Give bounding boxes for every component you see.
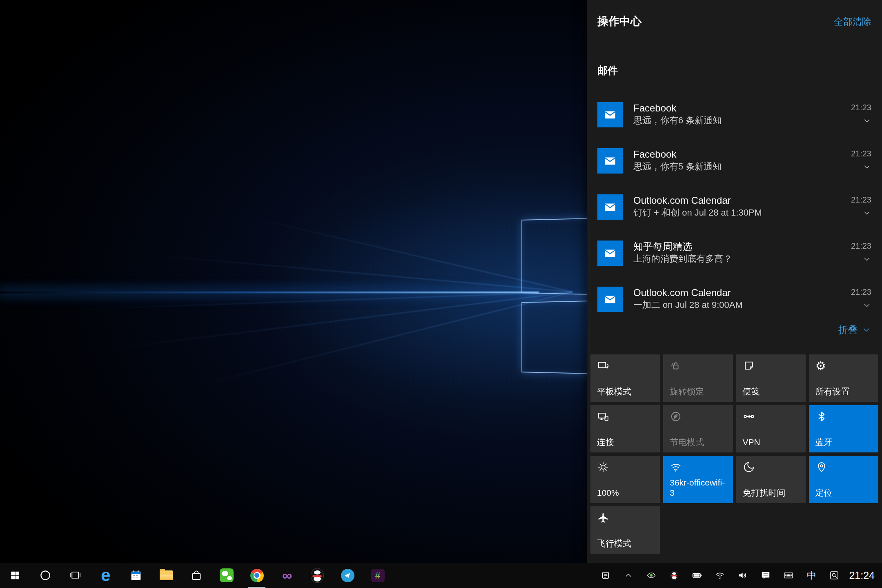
hidden-icons-chevron[interactable] xyxy=(617,563,640,588)
notification-text: Facebook 思远，你有5 条新通知 xyxy=(633,148,846,189)
notification-time: 21:23 xyxy=(851,102,871,113)
slack-hash-icon: # xyxy=(371,569,385,582)
notification-list: Facebook 思远，你有6 条新通知 21:23 Facebook 思远，你… xyxy=(587,97,882,316)
store-icon[interactable] xyxy=(181,563,212,588)
chrome-icon[interactable] xyxy=(242,563,272,588)
tile-rotation-lock[interactable]: 旋转锁定 xyxy=(663,354,733,402)
notification[interactable]: Outlook.com Calendar 一加二 on Jul 28 at 9:… xyxy=(587,282,882,316)
tile-note[interactable]: 便笺 xyxy=(736,354,806,402)
battery-saver-icon xyxy=(670,410,682,423)
tile-airplane-mode[interactable]: 飞行模式 xyxy=(590,506,660,554)
tray-app-icon[interactable] xyxy=(594,563,617,588)
ime-language-indicator[interactable]: 中 xyxy=(800,563,823,588)
tile-label: 定位 xyxy=(815,488,872,498)
tile-battery-saver[interactable]: 节电模式 xyxy=(663,405,733,452)
notification[interactable]: Facebook 思远，你有5 条新通知 21:23 xyxy=(587,143,882,189)
chevron-down-icon[interactable] xyxy=(862,301,871,310)
tile-brightness[interactable]: 100% xyxy=(590,456,660,503)
notification[interactable]: 知乎每周精选 上海的消费到底有多高？ 21:23 xyxy=(587,236,882,282)
tile-label: 蓝牙 xyxy=(815,437,872,447)
notification-title: Facebook xyxy=(633,148,846,160)
telegram-icon[interactable] xyxy=(332,563,363,588)
tile-all-settings[interactable]: ⚙ 所有设置 xyxy=(809,354,878,402)
action-center-header: 操作中心 全部清除 xyxy=(597,14,871,29)
settings-gear-icon: ⚙ xyxy=(815,360,872,372)
tile-wifi[interactable]: 36kr-officewifi-3 xyxy=(663,456,733,503)
envelope-icon xyxy=(603,200,617,214)
notification[interactable]: Outlook.com Calendar 钉钉 + 和创 on Jul 28 a… xyxy=(587,189,882,236)
notification[interactable]: Facebook 思远，你有6 条新通知 21:23 xyxy=(587,97,882,143)
rotation-lock-icon xyxy=(670,360,682,372)
notification-body: 一加二 on Jul 28 at 9:00AM xyxy=(633,299,846,311)
taskbar-clock[interactable]: 21:24 xyxy=(846,563,882,588)
chevron-down-icon[interactable] xyxy=(862,209,871,218)
chevron-down-icon[interactable] xyxy=(862,255,871,264)
keyboard-icon xyxy=(783,570,794,581)
wallpaper-window-pane xyxy=(521,218,590,295)
windows-logo-icon xyxy=(10,570,20,581)
wifi-icon xyxy=(670,461,682,473)
wechat-icon[interactable] xyxy=(212,563,242,588)
notification-body: 思远，你有5 条新通知 xyxy=(633,160,846,172)
envelope-icon xyxy=(603,246,617,260)
task-view-button[interactable] xyxy=(60,563,91,588)
volume-indicator[interactable] xyxy=(731,563,754,588)
tile-label: 100% xyxy=(597,488,653,498)
brightness-sun-icon xyxy=(597,461,609,473)
calendar-app-icon[interactable] xyxy=(121,563,151,588)
tile-quiet-hours[interactable]: 免打扰时间 xyxy=(736,456,806,503)
notification-meta: 21:23 xyxy=(851,287,871,316)
notification-title: 知乎每周精选 xyxy=(633,241,846,253)
tile-connect[interactable]: 连接 xyxy=(590,405,660,452)
bluetooth-icon xyxy=(815,410,828,423)
chevron-down-icon[interactable] xyxy=(862,116,871,125)
chevron-down-icon[interactable] xyxy=(862,163,871,172)
notification-meta: 21:23 xyxy=(851,194,871,236)
magnifier-box-icon xyxy=(829,570,839,580)
cortana-circle-icon xyxy=(39,569,51,581)
action-center-title: 操作中心 xyxy=(597,14,641,29)
tray-eye-icon[interactable] xyxy=(640,563,663,588)
notification-title: Outlook.com Calendar xyxy=(633,287,846,299)
task-view-icon xyxy=(69,569,82,581)
tile-tablet-mode[interactable]: 平板模式 xyxy=(590,354,660,402)
eye-icon xyxy=(646,570,656,580)
tray-app-glyph-icon xyxy=(601,571,610,580)
notification-text: Outlook.com Calendar 一加二 on Jul 28 at 9:… xyxy=(633,287,846,316)
notification-text: Facebook 思远，你有6 条新通知 xyxy=(633,102,846,143)
tile-bluetooth[interactable]: 蓝牙 xyxy=(809,405,878,452)
mail-app-icon xyxy=(597,148,623,174)
tile-vpn[interactable]: VPN xyxy=(736,405,806,452)
tile-location[interactable]: 定位 xyxy=(809,456,878,503)
action-center-button[interactable] xyxy=(754,563,777,588)
ime-search-button[interactable] xyxy=(823,563,846,588)
slack-icon[interactable]: # xyxy=(363,563,393,588)
action-center-icon xyxy=(760,570,771,581)
notification-time: 21:23 xyxy=(851,287,871,297)
shopping-bag-icon xyxy=(190,569,203,581)
notification-body: 钉钉 + 和创 on Jul 28 at 1:30PM xyxy=(633,207,846,218)
vs-infinity-icon: ∞ xyxy=(282,568,292,582)
clear-all-link[interactable]: 全部清除 xyxy=(834,16,871,28)
tray-qq-icon[interactable] xyxy=(663,563,686,588)
quiet-hours-moon-icon xyxy=(743,461,755,473)
file-explorer-icon[interactable] xyxy=(151,563,181,588)
airplane-icon xyxy=(597,512,609,524)
collapse-link[interactable]: 折叠 xyxy=(838,323,871,336)
envelope-icon xyxy=(603,108,617,122)
chevron-up-icon xyxy=(624,571,633,580)
quick-actions-grid: 平板模式 旋转锁定 便笺 ⚙ 所有设置 连接 节电模式 xyxy=(590,354,878,554)
edge-icon[interactable]: e xyxy=(91,563,121,588)
qq-icon[interactable] xyxy=(302,563,332,588)
mail-app-icon xyxy=(597,194,623,220)
network-indicator[interactable] xyxy=(708,563,731,588)
battery-indicator[interactable] xyxy=(686,563,708,588)
notification-group-title: 邮件 xyxy=(597,64,618,77)
speaker-icon xyxy=(737,570,748,581)
touch-keyboard-button[interactable] xyxy=(777,563,800,588)
cortana-search-button[interactable] xyxy=(30,563,60,588)
visual-studio-icon[interactable]: ∞ xyxy=(272,563,302,588)
start-button[interactable] xyxy=(0,563,30,588)
tile-label: 所有设置 xyxy=(815,386,872,396)
notification-title: Outlook.com Calendar xyxy=(633,194,846,207)
